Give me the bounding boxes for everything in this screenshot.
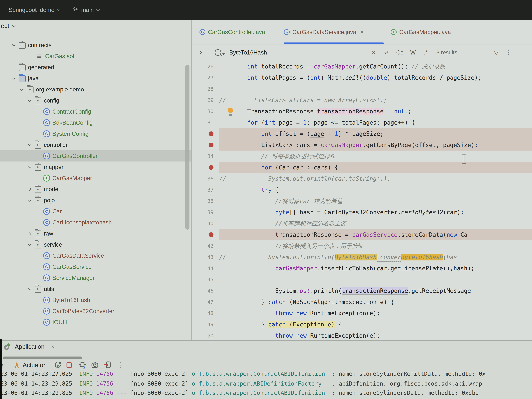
tree-item-CarGasService[interactable]: CCarGasService: [0, 261, 191, 272]
thread-dump-camera-button[interactable]: [91, 361, 99, 369]
tree-item-SystemConfig[interactable]: CSystemConfig: [0, 128, 191, 139]
tree-item-config[interactable]: config: [0, 95, 191, 106]
words-icon[interactable]: W: [410, 49, 416, 56]
line-number-gutter[interactable]: 50: [192, 333, 219, 339]
close-icon[interactable]: ×: [51, 343, 55, 350]
line-number-gutter[interactable]: 37: [192, 187, 219, 193]
tree-item-CarLicenseplatetohash[interactable]: CCarLicenseplatetohash: [0, 217, 191, 228]
actuator-tab-label[interactable]: Actuator: [23, 361, 45, 369]
line-number-gutter[interactable]: 46: [192, 288, 219, 294]
breakpoint-icon[interactable]: [209, 143, 214, 147]
search-history-dropdown-icon[interactable]: [222, 53, 225, 55]
line-number-gutter[interactable]: 45: [192, 277, 219, 283]
tree-item-ByteTo16Hash[interactable]: CByteTo16Hash: [0, 294, 191, 306]
rerun-button[interactable]: [54, 361, 62, 369]
tree-item-mapper[interactable]: mapper: [0, 162, 191, 173]
tree-item-CarToBytes32Converter[interactable]: CCarToBytes32Converter: [0, 306, 191, 317]
breakpoint-gutter[interactable]: [192, 165, 219, 170]
line-number-gutter[interactable]: 29: [192, 97, 219, 103]
close-search-icon[interactable]: ×: [370, 49, 377, 56]
line-number-gutter[interactable]: 43: [192, 254, 219, 260]
exit-application-button[interactable]: [103, 361, 111, 369]
branch-switcher[interactable]: main: [72, 6, 99, 13]
chevron-down-icon[interactable]: [28, 165, 32, 168]
tree-item-IOUtil[interactable]: CIOUtil: [0, 317, 191, 328]
tree-item-CarGasDataService[interactable]: CCarGasDataService: [0, 250, 191, 261]
chevron-down-icon[interactable]: [12, 43, 16, 46]
line-number-gutter[interactable]: 31: [192, 120, 219, 126]
expand-search-icon[interactable]: [198, 51, 202, 54]
tree-item-contracts[interactable]: contracts: [0, 40, 191, 51]
tree-item-ServiceManager[interactable]: CServiceManager: [0, 272, 191, 283]
intention-bulb-icon[interactable]: [228, 108, 233, 113]
chevron-down-icon[interactable]: [20, 87, 24, 91]
match-case-icon[interactable]: Cc: [396, 49, 403, 56]
stop-button[interactable]: [65, 361, 73, 369]
tree-item-org.example.demo[interactable]: org.example.demo: [0, 84, 191, 95]
console-output[interactable]: 23-06-01 14:23:27.025 INFO 14756 --- [ni…: [0, 372, 532, 399]
more-search-options-icon[interactable]: ⋮: [506, 49, 511, 56]
tree-item-service[interactable]: service: [0, 239, 191, 250]
chevron-down-icon[interactable]: [28, 242, 32, 246]
run-tab-application[interactable]: Application ×: [3, 342, 55, 351]
project-tree-scrollbar[interactable]: [185, 65, 190, 230]
line-number-gutter[interactable]: 39: [192, 209, 219, 215]
editor-tab-CarGasController.java[interactable]: CCarGasController.java: [200, 20, 265, 44]
chevron-down-icon[interactable]: [28, 198, 32, 202]
line-number-gutter[interactable]: 49: [192, 322, 219, 327]
line-number-gutter[interactable]: 42: [192, 243, 219, 249]
console-scrollbar-horizontal[interactable]: [3, 356, 82, 359]
attach-debugger-button[interactable]: [79, 361, 87, 369]
project-view-selector[interactable]: ect: [1, 22, 15, 29]
newline-icon[interactable]: ↵: [383, 49, 390, 56]
line-number-gutter[interactable]: 34: [192, 153, 219, 159]
tree-item-ContractConfig[interactable]: CContractConfig: [0, 106, 191, 117]
tree-item-java[interactable]: java: [0, 73, 191, 84]
line-number-gutter[interactable]: 48: [192, 310, 219, 316]
breakpoint-icon[interactable]: [209, 131, 214, 136]
code-viewport[interactable]: 26 int totalRecords = carGasMapper.getCa…: [192, 61, 532, 340]
tree-item-raw[interactable]: raw: [0, 228, 191, 239]
chevron-down-icon[interactable]: [12, 76, 16, 80]
breakpoint-gutter[interactable]: [192, 131, 219, 136]
tree-item-CarGasMapper[interactable]: ICarGasMapper: [0, 173, 191, 184]
search-icon[interactable]: [215, 49, 221, 56]
chevron-down-icon[interactable]: [28, 98, 32, 102]
previous-occurrence-icon[interactable]: ↑: [475, 49, 477, 56]
line-number-gutter[interactable]: 40: [192, 221, 219, 226]
tree-item-CarGasController[interactable]: CCarGasController: [0, 150, 191, 162]
breakpoint-icon[interactable]: [209, 165, 214, 170]
chevron-down-icon[interactable]: [28, 143, 32, 146]
chevron-right-icon[interactable]: [28, 188, 32, 191]
breakpoint-icon[interactable]: [209, 232, 214, 237]
line-number-gutter[interactable]: 38: [192, 198, 219, 204]
breakpoint-gutter[interactable]: [192, 232, 219, 237]
chevron-right-icon[interactable]: [28, 232, 32, 235]
tree-item-generated[interactable]: generated: [0, 62, 191, 73]
line-number-gutter[interactable]: 26: [192, 63, 219, 70]
line-number-gutter[interactable]: 27: [192, 75, 219, 81]
editor-tab-CarGasMapper.java[interactable]: ICarGasMapper.java: [391, 20, 451, 44]
breakpoint-gutter[interactable]: [192, 143, 219, 147]
line-number-gutter[interactable]: 30: [192, 108, 219, 114]
editor-tab-CarGasDataService.java[interactable]: CCarGasDataService.java×: [284, 20, 364, 44]
tree-item-Car[interactable]: CCar: [0, 206, 191, 217]
search-input[interactable]: ByteTo16Hash: [229, 49, 267, 56]
next-occurrence-icon[interactable]: ↓: [484, 49, 487, 56]
tree-item-pojo[interactable]: pojo: [0, 195, 191, 206]
more-actions-icon[interactable]: ⋮: [116, 361, 124, 369]
tree-item-CarGas.sol[interactable]: ≡CarGas.sol: [0, 51, 191, 62]
tree-item-utils[interactable]: utils: [0, 283, 191, 294]
chevron-down-icon[interactable]: [28, 287, 32, 290]
line-number-gutter[interactable]: 28: [192, 86, 219, 92]
line-number-gutter[interactable]: 44: [192, 266, 219, 271]
tree-item-SdkBeanConfig[interactable]: CSdkBeanConfig: [0, 117, 191, 128]
filter-search-icon[interactable]: ▽: [494, 49, 499, 56]
tree-item-model[interactable]: model: [0, 184, 191, 195]
project-switcher[interactable]: Springboot_demo: [9, 6, 60, 13]
line-number-gutter[interactable]: 47: [192, 299, 219, 305]
regex-icon[interactable]: .*: [423, 49, 429, 56]
tree-item-controller[interactable]: controller: [0, 139, 191, 150]
close-tab-icon[interactable]: ×: [360, 29, 364, 36]
line-number-gutter[interactable]: 36: [192, 176, 219, 182]
